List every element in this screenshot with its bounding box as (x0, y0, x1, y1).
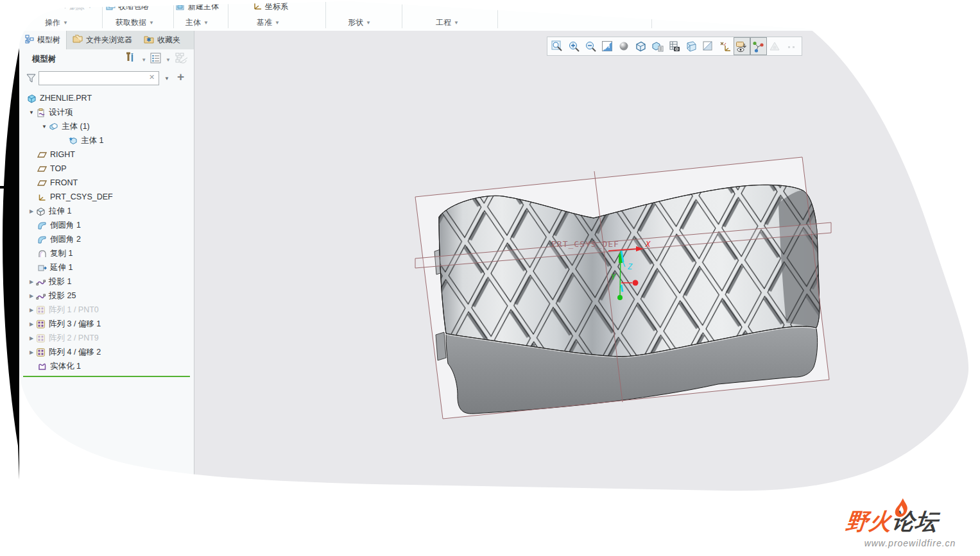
add-filter-icon[interactable]: + (177, 70, 184, 84)
chevron-down-icon[interactable]: ▼ (141, 57, 146, 63)
app-window: 删除 ▼ 收缩包络 新建主体 (0, 0, 980, 556)
tree-item-project25[interactable]: ▶ 投影 25 (19, 289, 194, 303)
tree-item-round2[interactable]: 倒圆角 2 (19, 232, 194, 246)
ribbon-separator (497, 2, 498, 28)
expander-icon[interactable]: ▶ (27, 307, 36, 313)
expander-icon[interactable]: ▶ (27, 335, 36, 341)
tree-filter-row: ✕ ▼ + (19, 69, 194, 90)
shrinkwrap-button[interactable]: 收缩包络 (105, 1, 149, 13)
edge-artifact (3, 48, 19, 480)
refit-icon[interactable] (599, 37, 615, 55)
zoom-out-icon[interactable] (582, 37, 599, 55)
expander-icon[interactable]: ▼ (40, 124, 49, 130)
graphics-area[interactable]: PRT_CSYS_DEF X Y Z (194, 31, 980, 492)
tree-item-csys[interactable]: PRT_CSYS_DEF (19, 190, 194, 204)
ribbon-group-operations[interactable]: 操作▼ (45, 17, 68, 28)
axis-z-label: Z (627, 262, 633, 271)
tree-item-right-plane[interactable]: RIGHT (19, 147, 194, 162)
panel-header: 模型树 ▼ (19, 49, 194, 69)
tree-item-pattern1[interactable]: ▶ 阵列 1 / PNT0 (19, 303, 194, 317)
expander-icon[interactable]: ▶ (27, 321, 36, 327)
ribbon-group-get-data[interactable]: 获取数据▼ (116, 17, 154, 28)
svg-text:✱: ✱ (146, 37, 151, 43)
filter-funnel-icon[interactable] (26, 72, 37, 87)
tree-item-part[interactable]: ZHENLIE.PRT (19, 91, 194, 105)
chevron-down-icon: ▼ (454, 20, 459, 26)
insert-indicator-line[interactable] (23, 376, 190, 377)
tree-item-bodies[interactable]: ▼ 主体 (1) (19, 119, 194, 133)
shrinkwrap-icon (105, 1, 116, 13)
tab-favorites[interactable]: ✱ 收藏夹 (138, 31, 186, 49)
sections-icon[interactable] (700, 37, 716, 55)
tree-item-extrude1[interactable]: ▶ 拉伸 1 (19, 204, 194, 218)
perspective-icon[interactable] (683, 37, 700, 55)
navigator-panel: 模型树 文件夹浏览器 ✱ 收藏夹 (19, 31, 194, 481)
chevron-down-icon: ▼ (275, 20, 280, 26)
clear-search-icon[interactable]: ✕ (149, 74, 155, 81)
datum-display-icon[interactable] (716, 37, 733, 55)
ribbon-separator (402, 2, 402, 28)
annotation-display-icon[interactable] (734, 37, 750, 55)
chevron-down-icon: ▼ (203, 20, 209, 26)
tree-item-project1[interactable]: ▶ 投影 1 (19, 274, 194, 289)
tree-item-pattern3[interactable]: ▶ 阵列 3 / 偏移 1 (19, 317, 194, 331)
delete-icon (58, 1, 67, 12)
ribbon-group-shapes[interactable]: 形状▼ (348, 17, 371, 28)
expander-icon[interactable]: ▶ (27, 293, 36, 299)
tree-filters-icon[interactable] (150, 53, 162, 67)
tree-columns-icon[interactable] (175, 52, 189, 67)
shading-style-icon[interactable] (616, 37, 633, 55)
ribbon-separator (651, 2, 652, 28)
tree-item-design-items[interactable]: ▼ 设计项 (19, 105, 194, 119)
shrinkwrap-label: 收缩包络 (118, 1, 149, 12)
graphics-toolbar (547, 37, 802, 56)
tree-item-pattern4[interactable]: ▶ 阵列 4 / 偏移 2 (19, 345, 194, 359)
ribbon-group-engineering[interactable]: 工程▼ (436, 17, 459, 28)
chevron-down-icon: ▼ (366, 20, 371, 26)
coordinate-system-button[interactable]: 坐标系 (252, 1, 288, 13)
tab-model-tree[interactable]: 模型树 (19, 31, 67, 49)
view-manager-icon[interactable] (666, 37, 683, 55)
tree-search-input[interactable] (39, 71, 159, 85)
expander-icon[interactable]: ▶ (27, 208, 36, 214)
display-style-icon[interactable] (633, 37, 649, 55)
watermark-brand-left: 野火 (845, 509, 893, 534)
model-tree: ZHENLIE.PRT ▼ 设计项 ▼ 主体 (1) 主体 1 RIGHT TO… (19, 91, 194, 373)
chevron-down-icon[interactable]: ▼ (164, 76, 169, 81)
tree-tools-icon[interactable] (125, 52, 137, 67)
tree-item-body1[interactable]: 主体 1 (19, 133, 194, 147)
tree-item-pattern2[interactable]: ▶ 阵列 2 / PNT9 (19, 331, 194, 345)
tree-item-round1[interactable]: 倒圆角 1 (19, 218, 194, 232)
toolbar-overflow-icon[interactable] (784, 37, 800, 55)
delete-button[interactable]: 删除 ▼ (58, 1, 92, 13)
csys-label: PRT_CSYS_DEF (551, 239, 619, 249)
new-body-label: 新建主体 (188, 1, 219, 12)
ribbon-separator (228, 2, 228, 28)
delete-label: 删除 (69, 1, 85, 12)
tab-folder-browser[interactable]: 文件夹浏览器 (67, 31, 138, 49)
coordinate-system-label: 坐标系 (265, 1, 288, 12)
expander-icon[interactable]: ▶ (27, 350, 36, 355)
tree-item-extend1[interactable]: 延伸 1 (19, 260, 194, 274)
expander-icon[interactable]: ▼ (27, 110, 36, 115)
tree-item-solidify1[interactable]: 实体化 1 (19, 359, 194, 373)
ribbon-group-body[interactable]: 主体▼ (185, 17, 209, 28)
ribbon-group-datum[interactable]: 基准▼ (257, 17, 280, 28)
expander-icon[interactable]: ▶ (27, 279, 36, 285)
disabled-tool-icon (767, 37, 784, 55)
panel-title: 模型树 (32, 54, 56, 65)
saved-orientations-icon[interactable] (649, 37, 666, 55)
zoom-window-icon[interactable] (549, 37, 565, 55)
favorites-icon: ✱ (144, 35, 154, 46)
tree-item-copy1[interactable]: 复制 1 (19, 246, 194, 260)
spin-center-icon[interactable] (750, 37, 767, 55)
tree-item-front-plane[interactable]: FRONT (19, 176, 194, 190)
new-body-button[interactable]: 新建主体 (175, 1, 219, 13)
ribbon: 删除 ▼ 收缩包络 新建主体 (18, 0, 898, 31)
forum-watermark: 野火论坛 www.proewildfire.cn (846, 507, 974, 553)
tree-item-top-plane[interactable]: TOP (19, 162, 194, 176)
zoom-in-icon[interactable] (565, 37, 582, 55)
folder-browser-icon (73, 35, 83, 46)
ribbon-separator (325, 2, 326, 28)
chevron-down-icon[interactable]: ▼ (166, 57, 171, 63)
